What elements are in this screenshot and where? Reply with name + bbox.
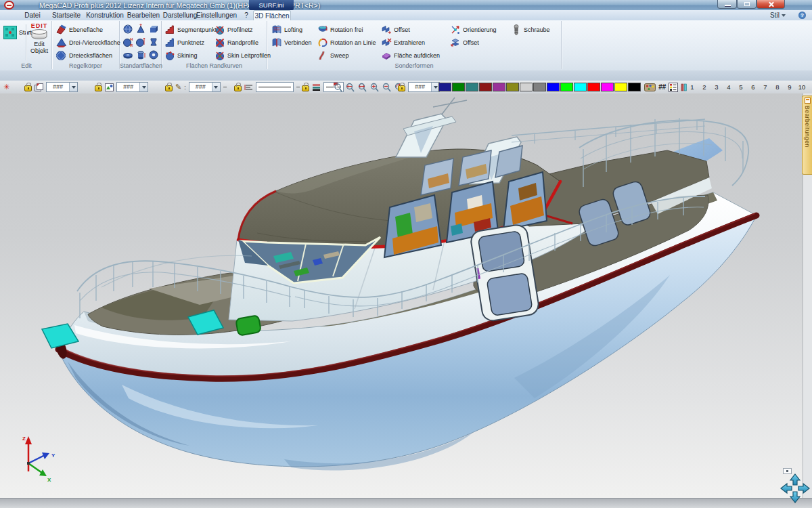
layer-combo[interactable]: ### xyxy=(46,82,78,92)
color-swatch-yellow[interactable] xyxy=(614,83,627,91)
color-swatch-cyan[interactable] xyxy=(574,83,587,91)
layers-icon[interactable] xyxy=(35,83,43,91)
color-swatch-navy[interactable] xyxy=(438,83,451,91)
box-icon[interactable] xyxy=(148,24,159,35)
linetype-icon[interactable] xyxy=(244,83,253,91)
linetype-preview[interactable] xyxy=(256,82,294,92)
linewidth-icon[interactable] xyxy=(312,83,321,91)
cone-icon[interactable] xyxy=(135,24,146,35)
sphere-hr-icon[interactable]: H R xyxy=(122,37,133,47)
view-number-2[interactable]: 2 xyxy=(698,81,710,93)
zoom-pan-icon[interactable] xyxy=(357,82,367,92)
layer-lock-icon[interactable] xyxy=(24,85,32,91)
disc-icon[interactable] xyxy=(122,49,133,60)
maximize-button[interactable] xyxy=(737,0,757,9)
color-swatch-darkred[interactable] xyxy=(479,83,492,91)
button-profilnetz[interactable]: Profilnetz xyxy=(215,23,266,36)
color-swatch-magenta[interactable] xyxy=(601,83,614,91)
button-randprofile[interactable]: Randprofile xyxy=(215,36,266,49)
palette-icon[interactable] xyxy=(644,83,656,92)
pen-lock-icon[interactable] xyxy=(165,85,173,91)
zoom-previous-icon[interactable] xyxy=(345,82,355,92)
button-schraube[interactable]: Schraube xyxy=(511,23,558,36)
snap-point-icon[interactable]: ✳ xyxy=(3,81,9,93)
color-lock-icon[interactable] xyxy=(398,85,405,91)
button-rotation-frei[interactable]: Rotation frei xyxy=(317,23,380,36)
color-swatch-teal[interactable] xyxy=(466,83,478,91)
pan-navigation-icon[interactable] xyxy=(780,473,811,504)
cylinder-icon xyxy=(30,29,48,39)
menu-help[interactable]: ? xyxy=(242,10,250,20)
button-orientierung[interactable]: Orientierung xyxy=(450,23,510,36)
button-punktnetz[interactable]: Punktnetz xyxy=(164,36,216,49)
color-swatch-black[interactable] xyxy=(628,83,641,91)
style-dropdown[interactable]: Stil xyxy=(770,10,786,20)
bearbeitungen-side-tab[interactable]: Bearbeitungen xyxy=(802,96,812,175)
view-number-5[interactable]: 5 xyxy=(735,81,747,93)
color-swatch-green[interactable] xyxy=(452,83,465,91)
color-swatch-purple[interactable] xyxy=(493,83,505,91)
color-swatch-red[interactable] xyxy=(587,83,600,91)
torus-icon[interactable] xyxy=(148,49,159,60)
color-swatch-blue[interactable] xyxy=(547,83,560,91)
3d-viewport[interactable]: Z Y X xyxy=(0,93,812,498)
button-skining[interactable]: Skining xyxy=(164,49,216,62)
button-segmentpunkte[interactable]: Segmentpunkte xyxy=(164,23,216,36)
linewidth-lock-icon[interactable] xyxy=(302,85,309,91)
pen-combo[interactable]: ### xyxy=(189,82,221,92)
view-number-9[interactable]: 9 xyxy=(784,81,796,93)
view-number-4[interactable]: 4 xyxy=(723,81,735,93)
help-icon[interactable]: ? xyxy=(798,12,806,19)
minimize-button[interactable] xyxy=(717,0,737,9)
group-label-edit: Edit xyxy=(1,62,51,69)
hash-label[interactable]: ## xyxy=(658,83,666,91)
color-swatch-gray[interactable] xyxy=(533,83,546,91)
view-number-1[interactable]: 1 xyxy=(686,81,698,93)
button-extrahieren[interactable]: Extrahieren xyxy=(381,36,449,49)
zoom-window-icon[interactable] xyxy=(333,82,342,92)
view-number-7[interactable]: 7 xyxy=(759,81,771,93)
view-number-10[interactable]: 10 xyxy=(796,81,808,93)
menu-einstellungen[interactable]: Einstellungen xyxy=(192,10,241,20)
color-combo[interactable]: ### xyxy=(408,82,440,92)
color-list-icon[interactable] xyxy=(669,83,678,92)
sphere-icon[interactable] xyxy=(122,24,133,35)
group-lock-icon[interactable] xyxy=(95,85,102,91)
button-rotation-an-linie[interactable]: Rotation an Linie xyxy=(317,36,380,49)
button-offset[interactable]: Offset xyxy=(381,23,449,36)
zoom-out-icon[interactable] xyxy=(382,82,391,92)
color-swatch-lightgray[interactable] xyxy=(520,83,533,91)
button-verbinden[interactable]: Verbinden xyxy=(271,36,316,49)
zoom-in-icon[interactable] xyxy=(369,82,379,92)
view-number-6[interactable]: 6 xyxy=(747,81,759,93)
button-drei-viereckflaeche[interactable]: Drei-/Viereckfläche xyxy=(55,36,120,49)
color-swatch-lime[interactable] xyxy=(560,83,573,91)
linetype-lock-icon[interactable] xyxy=(234,85,242,91)
title-bar[interactable]: MegaCAD Profi plus 2012 Lizenz Intern fü… xyxy=(0,0,812,11)
menu-bearbeiten[interactable]: Bearbeiten xyxy=(123,10,164,20)
menu-datei[interactable]: Datei xyxy=(19,10,46,20)
button-sweep[interactable]: Sweep xyxy=(317,49,380,62)
button-lofting[interactable]: Lofting xyxy=(271,23,316,36)
sphere-axis-icon[interactable] xyxy=(135,37,146,47)
button-dreiecksflaechen[interactable]: Dreiecksflächen xyxy=(55,49,120,62)
button-flaeche-aufdicken[interactable]: Fläche aufdicken xyxy=(381,49,449,62)
menu-konstruktion[interactable]: Konstruktion xyxy=(81,10,129,20)
cylinder-icon[interactable] xyxy=(135,49,146,60)
button-skin-leitprofilen[interactable]: Skin Leitprofilen xyxy=(215,49,266,62)
group-combo[interactable]: ### xyxy=(116,82,148,92)
document-tab[interactable]: SURF.ini xyxy=(249,0,294,10)
edit-object-button[interactable]: EDIT Edit Objekt xyxy=(28,22,51,54)
tab-3d-flaechen[interactable]: 3D Flächen xyxy=(253,10,291,20)
menu-startseite[interactable]: Startseite xyxy=(47,10,85,20)
button-offset-2[interactable]: Offset xyxy=(450,36,510,49)
color-swatch-olive[interactable] xyxy=(506,83,519,91)
boat-model-render[interactable]: Z Y X xyxy=(0,93,812,498)
spool-icon[interactable] xyxy=(148,37,159,47)
view-number-3[interactable]: 3 xyxy=(710,81,723,93)
button-ebeneflaeche[interactable]: Ebenefläche xyxy=(55,23,120,36)
view-number-8[interactable]: 8 xyxy=(771,81,784,93)
group-image-icon[interactable] xyxy=(105,83,114,91)
pen-icon[interactable]: ✎ xyxy=(175,83,181,91)
close-button[interactable] xyxy=(757,0,785,9)
